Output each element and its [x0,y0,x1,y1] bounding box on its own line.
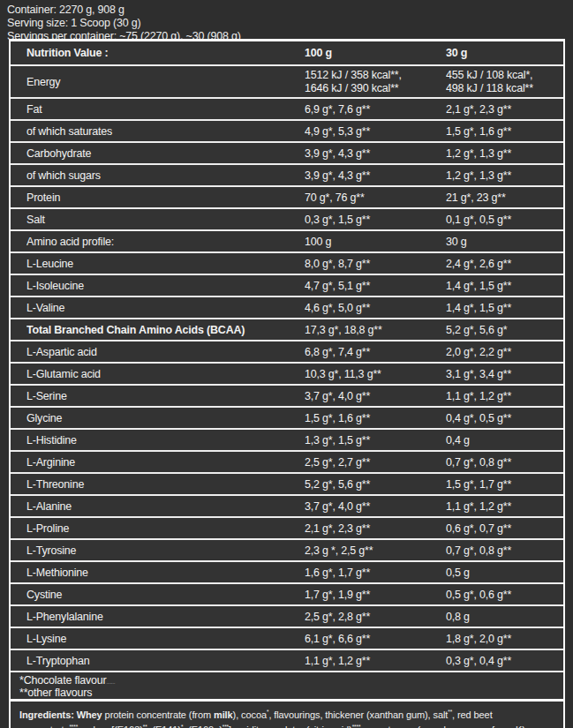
ingredient-footnote-marker: *** [222,724,229,728]
table-row: L-Leucine8,0 g*, 8,7 g**2,4 g*, 2,6 g** [11,253,563,275]
value-100g: 6,9 g*, 7,6 g** [305,103,446,116]
table-row: L-Glutamic acid10,3 g*, 11,3 g**3,1 g*, … [11,364,563,386]
header-col-100g: 100 g [305,47,446,59]
value-30g: 0,4 g*, 0,5 g** [446,412,563,424]
table-row: L-Proline2,1 g*, 2,3 g**0,6 g*, 0,7 g** [11,518,563,540]
ingredient-text-segment: , (E160a) [183,724,222,728]
row-label: L-Alanine [26,500,305,513]
ingredient-text-segment: , colour [(E163) [78,724,143,728]
value-100g: 1512 kJ / 358 kcal**, 1646 kJ / 390 kcal… [305,69,446,95]
ingredient-text-segment: ), cocoa [233,709,267,720]
value-30g: 0,7 g*, 0,8 g** [446,544,563,557]
table-row: L-Valine4,6 g*, 5,0 g**1,4 g*, 1,5 g** [11,297,563,319]
value-30g: 1,5 g*, 1,7 g** [446,478,563,491]
table-row: Total Branched Chain Amino Acids (BCAA)1… [11,319,563,341]
value-30g: 0,6 g*, 0,7 g** [446,522,563,535]
value-30g: 1,8 g*, 2,0 g** [446,633,563,645]
table-row: L-Aspartic acid6,8 g*, 7,4 g**2,0 g*, 2,… [11,341,563,364]
value-100g: 4,9 g*, 5,3 g** [305,125,446,138]
row-label: L-Tyrosine [26,544,305,557]
table-row: L-Tyrosine2,3 g *, 2,5 g**0,7 g*, 0,8 g*… [11,540,563,562]
ingredient-text-segment: Ingredients: Whey [19,709,105,720]
value-100g: 6,8 g*, 7,4 g** [305,346,446,358]
table-row: L-Threonine5,2 g*, 5,6 g**1,5 g*, 1,7 g*… [11,474,563,496]
value-30g: 455 kJ / 108 kcal*, 498 kJ / 118 kcal** [446,69,563,95]
header-col-30g: 30 g [446,47,563,59]
value-100g: 1,1 g*, 1,2 g** [305,655,446,667]
row-label: L-Arginine [26,456,305,469]
value-30g: 0,8 g [446,611,563,623]
ingredient-text-segment: milk [214,709,233,720]
row-label: L-Isoleucine [26,280,305,292]
ingredient-text-segment: , (E141) [147,724,181,728]
value-30g: 0,7 g*, 0,8 g** [446,456,563,469]
header-nutrition-value: Nutrition Value : [26,47,305,59]
row-label: Salt [26,214,305,226]
row-label: Protein [26,191,305,204]
row-label: L-Leucine [26,258,305,270]
value-30g: 2,0 g*, 2,2 g** [446,346,563,358]
table-row: L-Histidine1,3 g*, 1,5 g**0,4 g [11,430,563,452]
row-label: L-Proline [26,522,305,535]
ingredient-footnote-marker: **** [352,724,361,728]
nutrition-table-body: Energy1512 kJ / 358 kcal**, 1646 kJ / 39… [11,66,563,672]
footnote-chocolate: *Chocolate flavour....... [19,675,563,687]
footnote-other-flavours: **other flavours [19,687,563,700]
row-label: L-Tryptophan [26,655,305,667]
row-label: L-Serine [26,390,305,402]
row-label: Glycine [26,412,305,424]
value-100g: 8,0 g*, 8,7 g** [305,258,446,270]
value-30g: 2,4 g*, 2,6 g** [446,258,563,270]
table-row: L-Methionine1,6 g*, 1,7 g**0,5 g [11,562,563,584]
row-label: Cystine [26,589,305,601]
value-100g: 100 g [305,236,446,248]
value-100g: 70 g*, 76 g** [305,191,446,204]
value-30g: 1,5 g*, 1,6 g** [446,125,563,138]
value-100g: 2,5 g*, 2,8 g** [305,611,446,623]
row-label: L-Aspartic acid [26,346,305,358]
table-row: Glycine1,5 g*, 1,6 g**0,4 g*, 0,5 g** [11,408,563,430]
table-row: Energy1512 kJ / 358 kcal**, 1646 kJ / 39… [11,66,563,99]
nutrition-table-header: Nutrition Value : 100 g 30 g [11,41,563,66]
table-row: L-Serine3,7 g*, 4,0 g**1,1 g*, 1,2 g** [11,386,563,408]
nutrition-facts-panel: Nutrition Value : 100 g 30 g Energy1512 … [9,39,565,728]
row-label: L-Lysine [26,633,305,645]
table-row: Fat6,9 g*, 7,6 g**2,1 g*, 2,3 g** [11,99,563,121]
value-100g: 1,5 g*, 1,6 g** [305,412,446,424]
value-30g: 1,4 g*, 1,5 g** [446,280,563,292]
value-100g: 2,3 g *, 2,5 g** [305,544,446,557]
value-100g: 1,6 g*, 1,7 g** [305,567,446,579]
ingredient-text-segment: , flavourings, thickener (xanthan gum), … [268,709,448,720]
table-row: Cystine1,7 g*, 1,9 g**0,5 g*, 0,6 g** [11,584,563,606]
footnote-chocolate-text: *Chocolate flavour [19,674,107,687]
value-100g: 4,7 g*, 5,1 g** [305,280,446,292]
container-size-line: Container: 2270 g, 908 g [7,4,573,17]
row-label: Energy [26,76,305,88]
table-row: L-Arginine2,5 g*, 2,7 g**0,7 g*, 0,8 g** [11,452,563,474]
row-label: Amino acid profile: [26,236,305,248]
row-label: L-Methionine [26,567,305,579]
value-100g: 2,5 g*, 2,7 g** [305,456,446,469]
row-label: L-Threonine [26,478,305,491]
row-label: of which saturates [26,125,305,138]
ingredients-block: Ingredients: Whey protein concentrate (f… [11,702,563,728]
value-30g: 5,2 g*, 5,6 g* [446,324,563,336]
footnote-tiny-note: ....... [107,679,116,685]
value-100g: 3,9 g*, 4,3 g** [305,169,446,182]
value-30g: 1,2 g*, 1,3 g** [446,169,563,182]
table-row: Carbohydrate3,9 g*, 4,3 g**1,2 g*, 1,3 g… [11,143,563,165]
table-row: L-Phenylalanine2,5 g*, 2,8 g**0,8 g [11,606,563,628]
ingredient-text-segment: protein concentrate (from [105,709,214,720]
table-row: Protein70 g*, 76 g**21 g*, 23 g** [11,187,563,209]
value-100g: 10,3 g*, 11,3 g** [305,368,446,380]
table-row: of which sugars3,9 g*, 4,3 g**1,2 g*, 1,… [11,165,563,187]
ingredient-text-segment: , sweeteners (sucralose, acesufame K). [360,724,527,728]
value-100g: 6,1 g*, 6,6 g** [305,633,446,645]
serving-size-line: Serving size: 1 Scoop (30 g) [7,17,573,30]
row-label: Total Branched Chain Amino Acids (BCAA) [26,324,305,336]
value-100g: 4,6 g*, 5,0 g** [305,302,446,314]
table-row: L-Alanine3,7 g*, 4,0 g**1,1 g*, 1,2 g** [11,496,563,518]
footnotes-block: *Chocolate flavour....... **other flavou… [11,672,563,702]
value-30g: 30 g [446,236,563,248]
value-30g: 0,4 g [446,434,563,447]
